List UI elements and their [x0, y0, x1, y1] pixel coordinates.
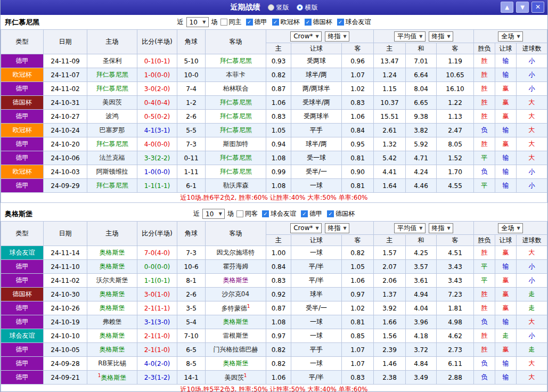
average-stage-select[interactable]: 终指▼ [429, 31, 453, 42]
corner-cell: 14-1 [177, 371, 206, 385]
score-cell[interactable]: 0-4(0-4) [137, 96, 177, 110]
same-venue-checkbox[interactable]: 同客 [236, 209, 258, 218]
away-team-cell[interactable]: 奥格斯堡 [206, 274, 266, 288]
result-handicap-cell: 走 [495, 329, 517, 343]
score-cell[interactable]: 1-1(1-1) [137, 179, 177, 193]
scope-select[interactable]: 全场▼ [498, 31, 522, 42]
scope-select[interactable]: 全场▼ [498, 223, 522, 233]
league-filter-label: 德甲 [255, 18, 267, 27]
score-cell[interactable]: 3-0(1-0) [137, 288, 177, 301]
home-team-cell[interactable]: 拜仁慕尼黑 [87, 82, 137, 96]
away-team-cell[interactable]: 斯图加特 [206, 137, 266, 151]
date-cell: 24-11-02 [44, 274, 87, 288]
score-cell[interactable]: 4-0(2-0) [137, 357, 177, 371]
score-cell[interactable]: 2-1(1-0) [137, 329, 177, 343]
away-team-cell[interactable]: 本菲卡 [206, 68, 266, 82]
score-cell[interactable]: 3-3(2-2) [137, 151, 177, 165]
avg-draw-cell: 4.24 [406, 165, 437, 179]
summary-text: 近10场,胜6平2负2, 胜率:60% 让胜率:40% 大率:50% 单率:60… [1, 193, 547, 203]
home-team-cell[interactable]: 阿斯顿维拉 [87, 165, 137, 179]
home-team-cell[interactable]: 弗赖堡 [87, 315, 137, 329]
away-team-cell[interactable]: 多特蒙德1 [206, 301, 266, 315]
league-filter-checkbox[interactable]: ✓球会友谊 [337, 18, 371, 27]
col-avg-away: 客 [437, 235, 474, 246]
match-count-select[interactable]: 10 ▼ [202, 209, 225, 219]
score-cell[interactable]: 0-0(0-0) [137, 260, 177, 274]
away-team-cell[interactable]: 柏林联合 [206, 82, 266, 96]
average-stage-select[interactable]: 终指▼ [429, 223, 453, 233]
away-team-cell[interactable]: 美因茨1 [206, 371, 266, 385]
away-team-cell[interactable]: 奥格斯堡 [206, 357, 266, 371]
away-team-cell[interactable]: 拜仁慕尼黑 [206, 96, 266, 110]
home-team-cell[interactable]: 拜仁慕尼黑 [87, 68, 137, 82]
match-count-select[interactable]: 10 ▼ [186, 17, 209, 27]
score-cell[interactable]: 1-1(0-1) [137, 274, 177, 288]
away-team-cell[interactable]: 霍芬海姆 [206, 260, 266, 274]
home-team-cell[interactable]: 巴塞罗那 [87, 124, 137, 137]
score-cell[interactable]: 2-1(1-0) [137, 343, 177, 357]
average-select[interactable]: 平均值▼ [394, 223, 425, 233]
layout-vertical-radio[interactable]: 竖版 [268, 3, 289, 12]
average-select[interactable]: 平均值▼ [394, 31, 425, 42]
result-wdl-cell: 负 [474, 165, 495, 179]
chevron-down-icon: ▼ [419, 34, 422, 39]
score-cell[interactable]: 4-1(3-1) [137, 124, 177, 137]
home-team-cell[interactable]: 拜仁慕尼黑 [87, 137, 137, 151]
league-filter-checkbox[interactable]: ✓德国杯 [327, 209, 355, 218]
odds-source-select[interactable]: Crow*▼ [290, 223, 321, 233]
layout-horizontal-radio[interactable]: 横版 [297, 3, 318, 12]
home-team-cell[interactable]: 美因茨 [87, 96, 137, 110]
home-team-cell[interactable]: 拜仁慕尼黑 [87, 179, 137, 193]
away-team-cell[interactable]: 因戈尔施塔特 [206, 246, 266, 260]
score-cell[interactable]: 7-0(4-0) [137, 246, 177, 260]
score-cell[interactable]: 0-5(0-2) [137, 110, 177, 124]
home-team-cell[interactable]: 沃尔夫斯堡 [87, 274, 137, 288]
away-team-cell[interactable]: 雷根斯堡 [206, 329, 266, 343]
league-filter-checkbox[interactable]: ✓德甲 [246, 18, 267, 27]
league-filter-checkbox[interactable]: ✓德国杯 [305, 18, 332, 27]
home-team-cell[interactable]: 奥格斯堡 [87, 343, 137, 357]
home-team-cell[interactable]: RB莱比锡 [87, 357, 137, 371]
score-cell[interactable]: 0-1(0-1) [137, 54, 177, 68]
score-cell[interactable]: 1-0(0-0) [137, 68, 177, 82]
avg-draw-cell: 8.04 [406, 82, 437, 96]
result-wdl-cell: 胜 [474, 301, 495, 315]
score-cell[interactable]: 3-1(3-0) [137, 315, 177, 329]
score-cell[interactable]: 3-0(2-0) [137, 82, 177, 96]
odds-stage-select[interactable]: 终指▼ [325, 223, 349, 233]
home-team-cell[interactable]: 奥格斯堡 [87, 288, 137, 301]
home-team-cell[interactable]: 奥格斯堡 [87, 301, 137, 315]
odds-source-select[interactable]: Crow*▼ [290, 31, 321, 42]
home-team-cell[interactable]: 奥格斯堡 [87, 260, 137, 274]
away-team-cell[interactable]: 勒沃库森 [206, 179, 266, 193]
away-team-cell[interactable]: 拜仁慕尼黑 [206, 151, 266, 165]
score-cell[interactable]: 4-0(0-0) [137, 137, 177, 151]
score-cell[interactable]: 1-0(0-0) [137, 165, 177, 179]
scroll-down-button[interactable]: ▼ [516, 2, 529, 13]
home-team-cell[interactable]: 波鸿 [87, 110, 137, 124]
home-team-cell[interactable]: 法兰克福 [87, 151, 137, 165]
home-team-cell[interactable]: 1奥格斯堡 [87, 371, 137, 385]
league-filter-checkbox[interactable]: ✓球会友谊 [262, 209, 296, 218]
same-venue-checkbox[interactable]: 同主 [220, 18, 242, 27]
avg-home-cell: 1.32 [374, 137, 406, 151]
scroll-up-button[interactable]: ▲ [501, 2, 513, 13]
league-filter-checkbox[interactable]: ✓欧冠杯 [272, 18, 300, 27]
away-team-cell[interactable]: 奥格斯堡 [206, 315, 266, 329]
odds-stage-select[interactable]: 终指▼ [325, 31, 349, 42]
score-cell[interactable]: 2-3(1-2) [137, 371, 177, 385]
away-team-cell[interactable]: 拜仁慕尼黑 [206, 165, 266, 179]
home-team-cell[interactable]: 奥格斯堡 [87, 246, 137, 260]
close-button[interactable]: ✕ [531, 2, 544, 13]
score-cell[interactable]: 2-1(1-1) [137, 301, 177, 315]
home-team-cell[interactable]: 奥格斯堡 [87, 329, 137, 343]
league-filter-checkbox[interactable]: ✓德甲 [301, 209, 322, 218]
avg-draw-cell: 4.94 [406, 288, 437, 301]
odds-home-cell: 1.08 [266, 151, 291, 165]
away-team-cell[interactable]: 拜仁慕尼黑 [206, 124, 266, 137]
away-team-cell[interactable]: 门兴格拉德巴赫 [206, 343, 266, 357]
home-team-cell[interactable]: 圣保利 [87, 54, 137, 68]
away-team-cell[interactable]: 拜仁慕尼黑 [206, 54, 266, 68]
away-team-cell[interactable]: 沙尔克04 [206, 288, 266, 301]
away-team-cell[interactable]: 拜仁慕尼黑 [206, 110, 266, 124]
